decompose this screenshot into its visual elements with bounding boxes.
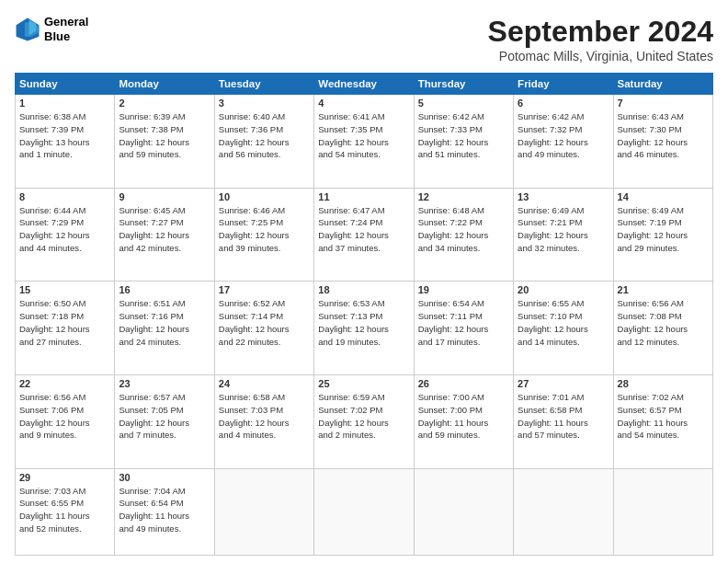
day-cell: 28Sunrise: 7:02 AM Sunset: 6:57 PM Dayli…: [613, 375, 712, 469]
day-number: 1: [19, 98, 110, 109]
page: General Blue September 2024 Potomac Mill…: [0, 0, 728, 563]
day-info: Sunrise: 6:42 AM Sunset: 7:32 PM Dayligh…: [518, 110, 609, 161]
day-info: Sunrise: 6:52 AM Sunset: 7:14 PM Dayligh…: [219, 297, 310, 348]
week-row-4: 22Sunrise: 6:56 AM Sunset: 7:06 PM Dayli…: [16, 375, 713, 469]
day-number: 19: [418, 284, 509, 295]
day-cell: 17Sunrise: 6:52 AM Sunset: 7:14 PM Dayli…: [214, 282, 313, 375]
col-wednesday: Wednesday: [314, 74, 414, 95]
day-number: 29: [19, 472, 110, 483]
logo-line2: Blue: [44, 29, 88, 44]
calendar-table: Sunday Monday Tuesday Wednesday Thursday…: [15, 73, 713, 556]
day-cell: 18Sunrise: 6:53 AM Sunset: 7:13 PM Dayli…: [314, 282, 414, 375]
day-info: Sunrise: 6:48 AM Sunset: 7:22 PM Dayligh…: [418, 204, 509, 255]
day-cell: 5Sunrise: 6:42 AM Sunset: 7:33 PM Daylig…: [414, 95, 513, 189]
day-cell: 26Sunrise: 7:00 AM Sunset: 7:00 PM Dayli…: [414, 375, 513, 469]
day-cell: 16Sunrise: 6:51 AM Sunset: 7:16 PM Dayli…: [115, 282, 214, 375]
day-number: 12: [418, 191, 509, 202]
day-number: 9: [119, 191, 210, 202]
day-number: 27: [518, 378, 609, 389]
day-info: Sunrise: 6:43 AM Sunset: 7:30 PM Dayligh…: [618, 110, 709, 161]
calendar-header-row: Sunday Monday Tuesday Wednesday Thursday…: [16, 74, 713, 95]
day-number: 23: [119, 378, 210, 389]
day-info: Sunrise: 6:50 AM Sunset: 7:18 PM Dayligh…: [19, 297, 110, 348]
day-number: 3: [219, 98, 310, 109]
day-number: 13: [518, 191, 609, 202]
week-row-5: 29Sunrise: 7:03 AM Sunset: 6:55 PM Dayli…: [16, 468, 713, 555]
day-number: 25: [318, 378, 409, 389]
title-block: September 2024 Potomac Mills, Virginia, …: [488, 15, 713, 63]
day-info: Sunrise: 6:56 AM Sunset: 7:08 PM Dayligh…: [618, 297, 709, 348]
day-info: Sunrise: 6:59 AM Sunset: 7:02 PM Dayligh…: [318, 391, 409, 442]
day-cell: 24Sunrise: 6:58 AM Sunset: 7:03 PM Dayli…: [214, 375, 313, 469]
day-number: 17: [219, 284, 310, 295]
day-info: Sunrise: 6:47 AM Sunset: 7:24 PM Dayligh…: [318, 204, 409, 255]
day-cell: 11Sunrise: 6:47 AM Sunset: 7:24 PM Dayli…: [314, 188, 414, 282]
day-info: Sunrise: 7:00 AM Sunset: 7:00 PM Dayligh…: [418, 391, 509, 442]
day-number: 30: [119, 472, 210, 483]
day-cell: 6Sunrise: 6:42 AM Sunset: 7:32 PM Daylig…: [514, 95, 613, 189]
day-cell: 3Sunrise: 6:40 AM Sunset: 7:36 PM Daylig…: [214, 95, 313, 189]
day-info: Sunrise: 6:49 AM Sunset: 7:21 PM Dayligh…: [518, 204, 609, 255]
day-info: Sunrise: 7:03 AM Sunset: 6:55 PM Dayligh…: [19, 485, 110, 535]
day-cell: 10Sunrise: 6:46 AM Sunset: 7:25 PM Dayli…: [214, 188, 313, 282]
day-info: Sunrise: 7:01 AM Sunset: 6:58 PM Dayligh…: [518, 391, 609, 442]
day-number: 15: [19, 284, 110, 295]
day-cell: [414, 468, 513, 555]
day-info: Sunrise: 6:46 AM Sunset: 7:25 PM Dayligh…: [219, 204, 310, 255]
logo-line1: General: [44, 15, 88, 29]
day-number: 16: [119, 284, 210, 295]
day-number: 8: [19, 191, 110, 202]
day-cell: 9Sunrise: 6:45 AM Sunset: 7:27 PM Daylig…: [115, 188, 214, 282]
day-cell: 20Sunrise: 6:55 AM Sunset: 7:10 PM Dayli…: [514, 282, 613, 375]
day-cell: 15Sunrise: 6:50 AM Sunset: 7:18 PM Dayli…: [16, 282, 115, 375]
day-info: Sunrise: 6:38 AM Sunset: 7:39 PM Dayligh…: [19, 110, 110, 161]
col-saturday: Saturday: [613, 74, 712, 95]
day-cell: 2Sunrise: 6:39 AM Sunset: 7:38 PM Daylig…: [115, 95, 214, 189]
day-number: 20: [518, 284, 609, 295]
day-info: Sunrise: 6:55 AM Sunset: 7:10 PM Dayligh…: [518, 297, 609, 348]
day-info: Sunrise: 6:57 AM Sunset: 7:05 PM Dayligh…: [119, 391, 210, 442]
logo: General Blue: [15, 15, 88, 43]
col-sunday: Sunday: [16, 74, 115, 95]
day-cell: 23Sunrise: 6:57 AM Sunset: 7:05 PM Dayli…: [115, 375, 214, 469]
day-cell: 4Sunrise: 6:41 AM Sunset: 7:35 PM Daylig…: [314, 95, 414, 189]
day-number: 22: [19, 378, 110, 389]
day-cell: 7Sunrise: 6:43 AM Sunset: 7:30 PM Daylig…: [613, 95, 712, 189]
day-cell: 21Sunrise: 6:56 AM Sunset: 7:08 PM Dayli…: [613, 282, 712, 375]
col-friday: Friday: [514, 74, 613, 95]
day-cell: 27Sunrise: 7:01 AM Sunset: 6:58 PM Dayli…: [514, 375, 613, 469]
day-cell: [214, 468, 313, 555]
day-number: 5: [418, 98, 509, 109]
day-info: Sunrise: 6:45 AM Sunset: 7:27 PM Dayligh…: [119, 204, 210, 255]
week-row-1: 1Sunrise: 6:38 AM Sunset: 7:39 PM Daylig…: [16, 95, 713, 189]
day-cell: 13Sunrise: 6:49 AM Sunset: 7:21 PM Dayli…: [514, 188, 613, 282]
day-info: Sunrise: 6:42 AM Sunset: 7:33 PM Dayligh…: [418, 110, 509, 161]
day-cell: 22Sunrise: 6:56 AM Sunset: 7:06 PM Dayli…: [16, 375, 115, 469]
day-number: 7: [618, 98, 709, 109]
day-number: 10: [219, 191, 310, 202]
logo-icon: [15, 17, 40, 42]
col-tuesday: Tuesday: [214, 74, 313, 95]
day-number: 4: [318, 98, 409, 109]
day-info: Sunrise: 7:04 AM Sunset: 6:54 PM Dayligh…: [119, 485, 210, 535]
day-info: Sunrise: 6:53 AM Sunset: 7:13 PM Dayligh…: [318, 297, 409, 348]
week-row-2: 8Sunrise: 6:44 AM Sunset: 7:29 PM Daylig…: [16, 188, 713, 282]
day-info: Sunrise: 6:54 AM Sunset: 7:11 PM Dayligh…: [418, 297, 509, 348]
day-cell: 1Sunrise: 6:38 AM Sunset: 7:39 PM Daylig…: [16, 95, 115, 189]
col-monday: Monday: [115, 74, 214, 95]
day-number: 2: [119, 98, 210, 109]
day-info: Sunrise: 6:44 AM Sunset: 7:29 PM Dayligh…: [19, 204, 110, 255]
month-title: September 2024: [488, 15, 713, 49]
day-cell: [613, 468, 712, 555]
logo-text: General Blue: [44, 15, 88, 43]
day-number: 26: [418, 378, 509, 389]
day-cell: 30Sunrise: 7:04 AM Sunset: 6:54 PM Dayli…: [115, 468, 214, 555]
day-cell: 14Sunrise: 6:49 AM Sunset: 7:19 PM Dayli…: [613, 188, 712, 282]
day-number: 11: [318, 191, 409, 202]
day-number: 28: [618, 378, 709, 389]
day-info: Sunrise: 6:41 AM Sunset: 7:35 PM Dayligh…: [318, 110, 409, 161]
day-number: 18: [318, 284, 409, 295]
day-info: Sunrise: 6:58 AM Sunset: 7:03 PM Dayligh…: [219, 391, 310, 442]
location: Potomac Mills, Virginia, United States: [488, 49, 713, 63]
day-number: 24: [219, 378, 310, 389]
